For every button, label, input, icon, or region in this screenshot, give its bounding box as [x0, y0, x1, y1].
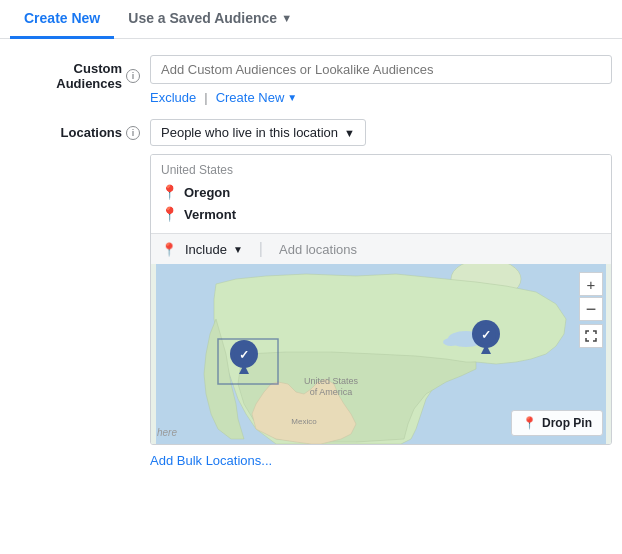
include-separator: |: [259, 240, 263, 258]
locations-row: Locations i People who live in this loca…: [10, 119, 612, 468]
form-area: Custom Audiences i Exclude | Create New …: [0, 39, 622, 492]
pin-icon-oregon: 📍: [161, 184, 178, 200]
zoom-out-button[interactable]: −: [579, 297, 603, 321]
location-item-oregon[interactable]: 📍 Oregon: [161, 181, 601, 203]
location-item-vermont[interactable]: 📍 Vermont: [161, 203, 601, 225]
audience-actions: Exclude | Create New ▼: [150, 90, 612, 105]
add-locations-text[interactable]: Add locations: [279, 242, 357, 257]
custom-audiences-row: Custom Audiences i Exclude | Create New …: [10, 55, 612, 105]
drop-pin-button[interactable]: 📍 Drop Pin: [511, 410, 603, 436]
svg-point-4: [443, 338, 459, 346]
location-country: United States: [161, 163, 601, 177]
custom-audiences-input[interactable]: [150, 55, 612, 84]
locations-label: Locations i: [10, 119, 150, 140]
tab-create-new[interactable]: Create New: [10, 0, 114, 39]
custom-audiences-label: Custom Audiences i: [10, 55, 150, 91]
map-container: United States of America Mexico ✓: [151, 264, 611, 444]
fullscreen-button[interactable]: [579, 324, 603, 348]
svg-text:✓: ✓: [239, 348, 249, 362]
svg-text:United States: United States: [304, 376, 359, 386]
tab-use-saved[interactable]: Use a Saved Audience ▼: [114, 0, 306, 39]
zoom-in-button[interactable]: +: [579, 272, 603, 296]
include-pin-icon: 📍: [161, 242, 177, 257]
chevron-down-icon-filter: ▼: [344, 127, 355, 139]
create-new-button[interactable]: Create New ▼: [216, 90, 298, 105]
drop-pin-icon: 📍: [522, 416, 537, 430]
locations-info-icon[interactable]: i: [126, 126, 140, 140]
location-filter-dropdown[interactable]: People who live in this location ▼: [150, 119, 366, 146]
location-box: United States 📍 Oregon 📍 Vermont 📍 Inclu…: [150, 154, 612, 445]
svg-text:✓: ✓: [481, 328, 491, 342]
chevron-down-icon-small: ▼: [287, 92, 297, 103]
locations-control: People who live in this location ▼ Unite…: [150, 119, 612, 468]
exclude-button[interactable]: Exclude: [150, 90, 196, 105]
custom-audiences-control: Exclude | Create New ▼: [150, 55, 612, 105]
location-list: United States 📍 Oregon 📍 Vermont: [151, 155, 611, 233]
add-bulk-locations-link[interactable]: Add Bulk Locations...: [150, 453, 272, 468]
chevron-down-icon: ▼: [281, 12, 292, 24]
separator: |: [204, 90, 207, 105]
svg-text:of America: of America: [310, 387, 353, 397]
include-button[interactable]: Include ▼: [185, 242, 243, 257]
custom-audiences-info-icon[interactable]: i: [126, 69, 140, 83]
tab-bar: Create New Use a Saved Audience ▼: [0, 0, 622, 39]
here-watermark: here: [157, 427, 177, 438]
map-controls: + −: [579, 272, 603, 348]
svg-text:Mexico: Mexico: [291, 417, 317, 426]
fullscreen-icon: [585, 330, 597, 342]
pin-icon-vermont: 📍: [161, 206, 178, 222]
include-bar: 📍 Include ▼ | Add locations: [151, 233, 611, 264]
include-chevron-icon: ▼: [233, 244, 243, 255]
